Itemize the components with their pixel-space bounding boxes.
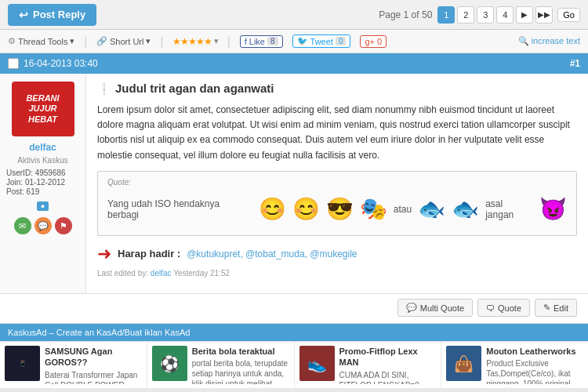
facebook-icon: f bbox=[245, 37, 247, 46]
emoji-2: 😊 bbox=[292, 196, 320, 222]
ad-thumb-icon-1: ⚽ bbox=[160, 354, 180, 373]
post-checkbox[interactable] bbox=[8, 58, 19, 69]
ad-desc-2: CUMA ADA DI SINI, FITFLOP LENGKAP=0 0897… bbox=[339, 370, 437, 384]
toolbar-bar: ⚙ Thread Tools ▾ | 🔗 Short Url ▾ | ★★★★★… bbox=[0, 30, 588, 53]
like-count: 8 bbox=[267, 37, 278, 45]
ad-text-0: SAMSUNG Agan GOROS?? Baterai Transformer… bbox=[45, 346, 142, 384]
star-rating[interactable]: ★★★★★ ▾ bbox=[172, 36, 218, 47]
quote-label: Quote bbox=[498, 303, 521, 313]
post-count-row: Post: 619 bbox=[6, 187, 79, 196]
mentions: @kutukupret, @tobat_muda, @mukegile bbox=[187, 249, 357, 260]
user-meta: UserID: 4959686 Join: 01-12-2012 Post: 6… bbox=[6, 168, 79, 197]
post-body-text: Lorem ipsum dolor sit amet, consectetuer… bbox=[97, 103, 577, 163]
emoji-3: 😎 bbox=[326, 196, 354, 222]
page-last-button[interactable]: ▶▶ bbox=[535, 6, 553, 24]
emoji-4: 🎭 bbox=[360, 196, 387, 222]
divider-2: | bbox=[160, 35, 163, 48]
post-reply-label: Post Reply bbox=[33, 9, 85, 20]
edit-button[interactable]: ✎ Edit bbox=[535, 299, 577, 317]
thread-tools-icon: ⚙ bbox=[8, 36, 16, 46]
user-action-icons: ✉ 💬 ⚑ bbox=[14, 217, 72, 234]
tweet-label: Tweet bbox=[310, 37, 333, 46]
divider-3: | bbox=[227, 35, 230, 48]
gplus-button[interactable]: g+ 0 bbox=[360, 35, 387, 48]
emoji-1: 😊 bbox=[259, 196, 286, 222]
post-reply-button[interactable]: ↩ Post Reply bbox=[8, 4, 96, 26]
page-2-button[interactable]: 2 bbox=[457, 6, 474, 24]
page-3-button[interactable]: 3 bbox=[477, 6, 494, 24]
user-avatar: BERANIJUJURHEBAT bbox=[12, 82, 74, 136]
user-report-icon[interactable]: ⚑ bbox=[55, 217, 72, 234]
twitter-tweet-button[interactable]: 🐦 Tweet 0 bbox=[292, 34, 351, 48]
username[interactable]: delfac bbox=[29, 142, 56, 153]
increase-text-button[interactable]: 🔍 increase text bbox=[518, 36, 580, 46]
quote-text-or: atau bbox=[394, 204, 412, 215]
quote-box: Quote: Yang udah ISO hendaknya berbagi 😊… bbox=[97, 171, 577, 236]
ad-title-0[interactable]: SAMSUNG Agan GOROS?? bbox=[45, 346, 142, 368]
avatar-text: BERANIJUJURHEBAT bbox=[26, 93, 59, 125]
user-profile-icon[interactable]: ✉ bbox=[14, 217, 31, 234]
ad-item-2: 👟 Promo-Fitflop Lexx MAN CUMA ADA DI SIN… bbox=[295, 342, 442, 388]
ad-desc-3: Product Exclusive Tas,Dompet(Ce/co), ika… bbox=[486, 358, 583, 384]
short-url-label: Short Url bbox=[110, 37, 143, 46]
increase-text-icon: 🔍 bbox=[518, 36, 529, 45]
user-badge: ● bbox=[37, 201, 49, 211]
twitter-icon: 🐦 bbox=[297, 36, 308, 46]
post-label: Post bbox=[6, 187, 22, 196]
increase-text-label: increase text bbox=[532, 36, 580, 45]
short-url-menu[interactable]: 🔗 Short Url ▾ bbox=[96, 36, 151, 46]
ad-thumb-1: ⚽ bbox=[152, 346, 187, 381]
last-edited-text: Last edited by: delfac Yesterday 21:52 bbox=[97, 269, 577, 278]
join-label: Join bbox=[6, 178, 20, 187]
go-button[interactable]: Go bbox=[557, 8, 580, 22]
ad-row: 📱 SAMSUNG Agan GOROS?? Baterai Transform… bbox=[0, 341, 588, 388]
user-rank: Aktivis Kaskus bbox=[17, 156, 67, 165]
quote-text-left: Yang udah ISO hendaknya berbagi bbox=[107, 198, 252, 220]
emoji-7: 😈 bbox=[539, 196, 567, 222]
post-date: 16-04-2013 03:40 bbox=[24, 58, 98, 69]
last-edited-label: Last edited by: bbox=[97, 269, 148, 278]
join-row: Join: 01-12-2012 bbox=[6, 178, 79, 187]
gplus-count: 0 bbox=[377, 37, 382, 46]
post-number: #1 bbox=[570, 58, 580, 69]
multi-quote-button[interactable]: 💬 Multi Quote bbox=[397, 299, 473, 317]
like-label: Like bbox=[249, 37, 265, 46]
ad-title-2[interactable]: Promo-Fitflop Lexx MAN bbox=[339, 346, 437, 368]
ad-item-1: ⚽ Berita bola teraktual portal berita bo… bbox=[147, 342, 295, 388]
tweet-count: 0 bbox=[336, 37, 347, 45]
page-next-button[interactable]: ▶ bbox=[516, 6, 533, 24]
ad-title-1[interactable]: Berita bola teraktual bbox=[192, 346, 289, 357]
thread-tools-menu[interactable]: ⚙ Thread Tools ▾ bbox=[8, 36, 74, 46]
post-actions: 💬 Multi Quote 🗨 Quote ✎ Edit bbox=[0, 294, 588, 324]
quote-label: Quote: bbox=[107, 178, 567, 187]
pagination: Page 1 of 50 1 2 3 4 ▶ ▶▶ Go bbox=[379, 6, 580, 24]
kaskus-ad-bar[interactable]: KaskusAd – Create an KasAd/Buat iklan Ka… bbox=[0, 324, 588, 341]
multi-quote-label: Multi Quote bbox=[420, 303, 464, 313]
user-message-icon[interactable]: 💬 bbox=[34, 217, 52, 234]
thread-tools-chevron-icon: ▾ bbox=[70, 36, 74, 46]
ad-thumb-icon-3: 👜 bbox=[454, 354, 474, 373]
ad-text-2: Promo-Fitflop Lexx MAN CUMA ADA DI SINI,… bbox=[339, 346, 437, 384]
ad-title-3[interactable]: Mouton Leatherworks bbox=[486, 346, 583, 357]
editor-link[interactable]: delfac bbox=[151, 269, 172, 278]
join-date: 01-12-2012 bbox=[25, 178, 65, 187]
gplus-icon: g+ bbox=[365, 37, 375, 46]
post-area: BERANIJUJURHEBAT delfac Aktivis Kaskus U… bbox=[0, 74, 588, 294]
userid-label: UserID bbox=[6, 169, 31, 177]
ad-desc-1: portal berita bola, terupdate setiap har… bbox=[192, 358, 289, 384]
page-4-button[interactable]: 4 bbox=[496, 6, 514, 24]
red-arrow-icon: ➜ bbox=[97, 244, 111, 264]
facebook-like-button[interactable]: f Like 8 bbox=[240, 35, 283, 48]
page-1-button[interactable]: 1 bbox=[437, 6, 455, 24]
post-count: 619 bbox=[27, 187, 40, 196]
harap-hadir-label: Harap hadir : bbox=[118, 248, 180, 260]
post-body: ❕ Judul trit agan dan aganwati Lorem ips… bbox=[86, 74, 588, 293]
ad-text-1: Berita bola teraktual portal berita bola… bbox=[192, 346, 289, 384]
emoji-6: 🐟 bbox=[452, 196, 479, 222]
stars-display: ★★★★★ bbox=[172, 36, 212, 47]
thread-tools-label: Thread Tools bbox=[18, 37, 67, 46]
link-icon: 🔗 bbox=[96, 36, 107, 46]
quote-button[interactable]: 🗨 Quote bbox=[477, 299, 530, 317]
top-bar: ↩ Post Reply Page 1 of 50 1 2 3 4 ▶ ▶▶ G… bbox=[0, 0, 588, 30]
post-title-text: Judul trit agan dan aganwati bbox=[115, 82, 274, 95]
